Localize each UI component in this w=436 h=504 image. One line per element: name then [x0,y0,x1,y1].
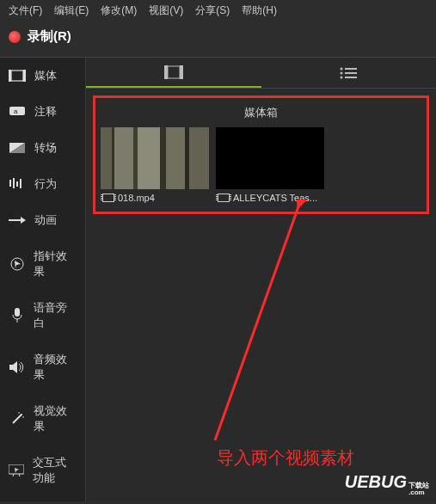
sidebar-item-annotation[interactable]: a 注释 [0,94,85,130]
svg-rect-10 [20,179,21,188]
svg-rect-9 [16,181,18,187]
tabs [86,58,436,89]
tab-list[interactable] [261,58,437,88]
svg-rect-26 [168,66,180,78]
svg-text:a: a [14,108,18,115]
clip-title: 018.mp4 [118,193,155,203]
watermark: UEBUG 下载站 .com [345,472,429,496]
sidebar-item-label: 动画 [34,212,57,228]
record-icon [9,31,21,43]
svg-rect-2 [23,70,26,82]
sidebar-item-behavior[interactable]: 行为 [0,166,85,202]
svg-rect-34 [345,77,357,78]
panel-title: 媒体箱 [101,103,421,127]
media-icon [9,69,26,83]
thumbnail-image [101,127,209,189]
sidebar-item-label: 注释 [34,104,57,120]
svg-point-20 [18,412,20,414]
media-clip[interactable]: ALLEYCATS Teas... [216,127,324,206]
sidebar-item-cursor[interactable]: 指针效果 [0,238,85,290]
media-clip[interactable]: 018.mp4 [101,127,209,206]
animation-icon [9,213,26,227]
annotation-icon: a [9,105,26,119]
behavior-icon [9,177,26,191]
film-icon [218,194,230,202]
transition-icon [9,141,26,155]
svg-rect-32 [345,72,357,74]
svg-point-19 [21,414,22,415]
menu-edit[interactable]: 编辑(E) [54,3,89,18]
media-bin-highlight: 媒体箱 018.mp4 ALLEYCATS Teas... [93,95,429,214]
svg-point-31 [341,71,343,74]
record-button[interactable]: 录制(R) [0,22,436,57]
svg-point-33 [341,76,343,78]
thumbnail-image [216,127,324,189]
menu-modify[interactable]: 修改(M) [101,3,137,18]
menu-bar: 文件(F) 编辑(E) 修改(M) 视图(V) 分享(S) 帮助(H) [0,0,436,22]
svg-line-18 [13,415,21,423]
svg-rect-0 [11,71,23,81]
film-icon [164,65,183,79]
tutorial-arrow [198,200,318,458]
svg-rect-28 [180,65,183,79]
clip-title: ALLEYCATS Teas... [233,193,317,203]
menu-share[interactable]: 分享(S) [195,3,230,18]
wand-icon [9,412,25,426]
svg-marker-17 [9,361,17,373]
interactive-icon [9,464,24,477]
menu-help[interactable]: 帮助(H) [242,3,277,18]
sidebar: 媒体 a 注释 转场 行为 动画 [0,58,86,501]
sidebar-item-label: 转场 [34,140,57,156]
svg-point-21 [22,416,24,418]
sidebar-item-media[interactable]: 媒体 [0,58,85,94]
sidebar-item-interactive[interactable]: 交互式功能 [0,445,85,496]
sidebar-item-label: 指针效果 [34,249,77,280]
film-icon [102,194,114,202]
svg-rect-7 [9,180,11,187]
mic-icon [9,309,25,323]
tab-media[interactable] [86,58,261,88]
svg-marker-25 [15,468,19,473]
sidebar-item-label: 音频效果 [34,352,77,383]
list-icon [340,67,357,79]
record-label: 录制(R) [28,28,71,45]
sidebar-item-audio[interactable]: 音频效果 [0,341,85,393]
sidebar-item-label: 交互式功能 [33,455,77,486]
svg-marker-14 [15,261,21,268]
svg-rect-30 [345,68,357,70]
svg-marker-12 [21,217,26,224]
sidebar-item-caption[interactable]: CC 字幕 [0,496,85,504]
menu-view[interactable]: 视图(V) [149,3,183,18]
svg-rect-1 [9,70,11,82]
cursor-icon [9,257,25,271]
sidebar-item-label: 媒体 [34,68,57,83]
sidebar-item-visual[interactable]: 视觉效果 [0,393,85,445]
sidebar-item-animation[interactable]: 动画 [0,202,85,238]
tutorial-annotation: 导入两个视频素材 [217,446,354,470]
svg-line-36 [215,200,301,440]
svg-rect-15 [15,308,20,317]
sidebar-item-transition[interactable]: 转场 [0,130,85,166]
sidebar-item-label: 语音旁白 [34,300,77,331]
sidebar-item-voice[interactable]: 语音旁白 [0,290,85,341]
svg-point-29 [341,67,343,70]
watermark-brand: UEBUG [345,472,407,492]
sidebar-item-label: 行为 [34,176,57,192]
menu-file[interactable]: 文件(F) [9,3,42,18]
sidebar-item-label: 视觉效果 [34,403,77,434]
svg-rect-27 [164,65,168,79]
audio-icon [9,360,25,374]
svg-rect-8 [13,178,15,188]
